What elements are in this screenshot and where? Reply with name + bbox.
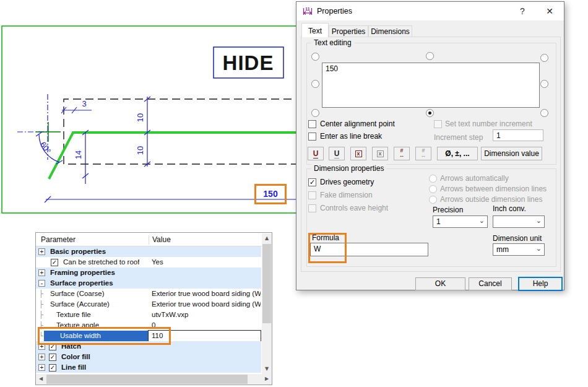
row-checkbox[interactable]: ✓ [49, 364, 56, 372]
align-radio-bottom-center[interactable] [426, 109, 434, 117]
dimension-value-button[interactable]: Dimension value [481, 147, 542, 160]
dimension-unit-select[interactable]: mm ⌄ [493, 243, 545, 256]
param-label: Can be stretched to roof [63, 257, 139, 267]
controls-eave-checkbox [308, 204, 316, 212]
dim-text-on-button[interactable]: #↔ [394, 147, 410, 160]
expand-toggle[interactable]: - [38, 280, 45, 287]
precision-value: 1 [436, 217, 441, 226]
expand-toggle[interactable]: + [38, 269, 45, 276]
expand-toggle[interactable]: + [38, 364, 45, 371]
table-row[interactable]: +✓Color fill [36, 352, 261, 362]
table-row[interactable]: ├Texture fileutvTxW.vxp [36, 310, 261, 320]
dialog-help-icon[interactable]: ? [512, 2, 533, 20]
increment-step-input[interactable]: 1 [493, 129, 543, 141]
text-editing-group-label: Text editing [311, 38, 354, 47]
align-radio-bottom-right[interactable] [540, 109, 548, 117]
dimension-text-input[interactable]: 150 [322, 63, 540, 108]
dimension-10-top-text[interactable]: 10 [136, 113, 145, 122]
arrows-between-label: Arrows between dimension lines [440, 185, 547, 193]
svg-text:11: 11 [305, 7, 310, 11]
column-header-value[interactable]: Value [149, 235, 171, 245]
param-value: Yes [152, 257, 261, 267]
dimension-icon: 11 [303, 6, 313, 16]
row-checkbox[interactable]: ✓ [49, 354, 56, 361]
underline-on-icon: U [313, 149, 319, 159]
app-canvas: 3 10 10 14 150 [0, 0, 588, 387]
fake-dimension-label: Fake dimension [320, 191, 373, 199]
underline-off-button[interactable]: U [329, 147, 345, 160]
dim-text-on-icon: #↔ [399, 148, 405, 158]
inch-conv-label: Inch conv. [493, 204, 526, 213]
increment-step-label: Increment step [434, 133, 483, 142]
table-row[interactable]: ├Surface (Coarse)Exterior true wood boar… [36, 289, 261, 299]
dim-text-off-icon: #↔ [421, 148, 426, 158]
boxed-text-on-icon: x [355, 150, 362, 157]
underline-on-button[interactable]: U [308, 147, 324, 160]
boxed-text-off-button[interactable]: x [372, 147, 388, 160]
dimension-14 [82, 130, 89, 184]
row-checkbox[interactable]: ✓ [51, 259, 58, 266]
expand-toggle[interactable]: + [38, 354, 45, 360]
hide-label-text[interactable]: HIDE [223, 51, 274, 74]
scroll-up-icon[interactable]: ▲ [262, 233, 272, 243]
horizontal-scrollbar[interactable]: ◀ ▶ [36, 374, 272, 385]
table-row[interactable]: -Surface properties [36, 278, 261, 289]
dimension-3-text[interactable]: 3 [82, 99, 86, 108]
boxed-text-on-button[interactable]: x [350, 147, 366, 160]
inch-conv-select[interactable]: ⌄ [493, 215, 545, 228]
table-row[interactable]: +✓Line fill [36, 362, 261, 373]
scroll-right-icon[interactable]: ▶ [262, 374, 272, 384]
align-radio-top-center[interactable] [426, 52, 434, 60]
dimension-3 [61, 107, 92, 113]
vertical-scrollbar[interactable]: ▲ ▼ [262, 233, 272, 374]
line-break-label: Enter as line break [320, 132, 382, 141]
chevron-down-icon: ⌄ [479, 217, 485, 225]
align-radio-middle-left[interactable] [311, 80, 319, 88]
align-radio-top-left[interactable] [311, 53, 319, 61]
param-value: Exterior true wood board siding (WALL [152, 289, 261, 299]
scroll-left-icon[interactable]: ◀ [36, 374, 46, 384]
help-button[interactable]: Help [518, 277, 563, 291]
param-label: Texture file [56, 310, 91, 320]
set-increment-label: Set text number increment [445, 120, 532, 128]
expand-toggle[interactable]: + [38, 248, 45, 255]
annotation-box-formula [308, 233, 347, 263]
param-value: Exterior true wood board siding (WALL [152, 299, 261, 310]
cancel-button[interactable]: Cancel [469, 277, 512, 290]
precision-select[interactable]: 1 ⌄ [433, 215, 488, 228]
line-break-checkbox[interactable] [308, 133, 316, 141]
scroll-down-icon[interactable]: ▼ [262, 364, 272, 374]
dim-text-off-button: #↔ [415, 147, 431, 160]
parameter-rows: +Basic properties✓Can be stretched to ro… [36, 246, 261, 373]
parameter-table: Parameter Value +Basic properties✓Can be… [35, 232, 272, 385]
ok-button[interactable]: OK [415, 277, 465, 290]
dialog-titlebar[interactable]: 11 Properties ? ✕ [296, 2, 564, 20]
dimension-10-top [144, 97, 150, 135]
param-label: Framing properties [50, 267, 115, 278]
tab-text[interactable]: Text [301, 23, 329, 37]
dimension-10-bottom-text[interactable]: 10 [136, 146, 145, 155]
close-icon[interactable]: ✕ [537, 2, 563, 20]
tab-properties[interactable]: Properties [329, 25, 368, 37]
table-row[interactable]: +Basic properties [36, 246, 261, 257]
vertical-scrollbar-thumb[interactable] [262, 244, 271, 323]
center-alignment-checkbox[interactable] [308, 120, 316, 128]
align-radio-middle-right[interactable] [540, 80, 548, 88]
symbols-button[interactable]: Ø, ±, ... [437, 147, 478, 160]
align-radio-bottom-left[interactable] [311, 109, 319, 117]
align-radio-top-right[interactable] [540, 54, 548, 62]
chevron-down-icon: ⌄ [536, 245, 542, 253]
param-label: Basic properties [50, 246, 106, 257]
table-row[interactable]: +Framing properties [36, 267, 261, 278]
dimension-14-text[interactable]: 14 [74, 150, 83, 159]
controls-eave-label: Controls eave height [320, 204, 388, 212]
horizontal-scrollbar-thumb[interactable] [46, 375, 248, 384]
column-header-parameter[interactable]: Parameter [41, 235, 76, 244]
dimension-properties-group-label: Dimension properties [311, 164, 386, 173]
param-label: Surface properties [50, 278, 113, 289]
tab-dimensions[interactable]: Dimensions [368, 25, 412, 37]
table-row[interactable]: ✓Can be stretched to roofYes [36, 257, 261, 267]
table-row[interactable]: ├Surface (Accurate)Exterior true wood bo… [36, 299, 261, 310]
drives-geometry-checkbox[interactable]: ✓ [308, 178, 316, 186]
boxed-text-off-icon: x [377, 150, 384, 157]
